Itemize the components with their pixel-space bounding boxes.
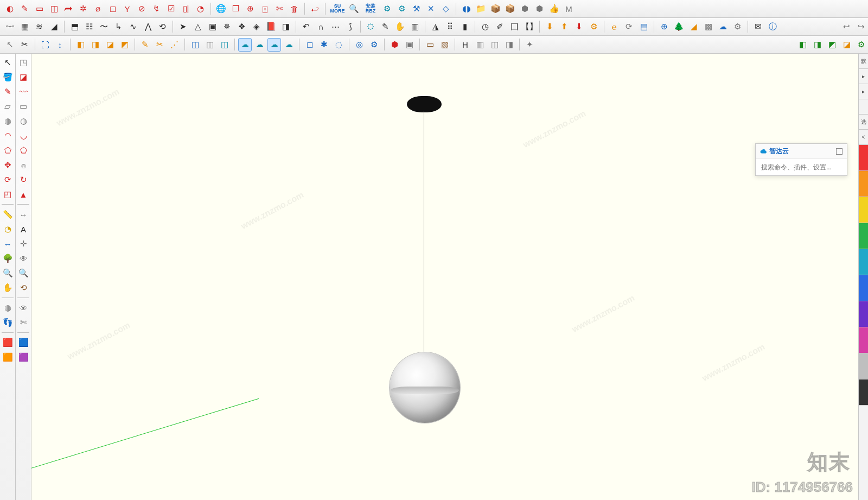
component-icon[interactable]: 🟥	[1, 336, 14, 349]
component3-icon[interactable]: 🟦	[17, 336, 30, 349]
tree-icon[interactable]: 🌲	[672, 20, 686, 34]
shape1-icon[interactable]: ⬒	[68, 20, 81, 34]
sun-gear-icon[interactable]: 🌣	[364, 20, 378, 34]
grid-icon[interactable]: ▦	[18, 20, 31, 34]
right-rail-color[interactable]	[859, 301, 868, 327]
redo2-icon[interactable]: ↪	[854, 20, 868, 34]
orbit-tool-icon[interactable]: 🔍	[1, 267, 14, 280]
mail-icon[interactable]: ✉	[751, 20, 765, 34]
package1-icon[interactable]: 📦	[489, 2, 502, 16]
gear4-icon[interactable]: ⚙	[731, 20, 744, 34]
model-viewport[interactable]: 智达云 知末 ID: 1174956766 www.znzmo.com www.…	[31, 54, 858, 500]
stack-icon[interactable]: ❖	[235, 20, 248, 34]
spray-icon[interactable]: ✵	[220, 20, 234, 34]
mat4-icon[interactable]: ◪	[840, 38, 853, 52]
cube-icon[interactable]: ◻	[106, 2, 119, 16]
outline-icon[interactable]: ⟲	[156, 20, 169, 34]
arc-tool-icon[interactable]: ◠	[1, 129, 14, 142]
anchor-icon[interactable]: ↳	[112, 20, 125, 34]
offset-tool-icon[interactable]: ⌾	[17, 159, 30, 172]
m-icon[interactable]: M	[562, 2, 576, 16]
poly2-icon[interactable]: ⬠	[17, 144, 30, 157]
curve2-icon[interactable]: 〜	[97, 20, 111, 34]
checker-icon[interactable]: ▩	[701, 20, 715, 34]
enscape-icon[interactable]: ℮	[608, 20, 621, 34]
mat1-icon[interactable]: ◧	[796, 38, 809, 52]
right-rail-tab[interactable]: 默	[859, 54, 868, 69]
persp2-icon[interactable]: ◫	[488, 38, 501, 52]
target-icon[interactable]: ⊕	[244, 2, 257, 16]
cube-alt-icon[interactable]: ◳	[17, 56, 30, 69]
script1-icon[interactable]: ◫	[188, 38, 202, 52]
tape-tool-icon[interactable]: 📏	[1, 208, 14, 221]
package2-icon[interactable]: 📦	[503, 2, 517, 16]
wave-icon[interactable]: ∿	[126, 20, 140, 34]
book2-icon[interactable]: 📕	[264, 20, 278, 34]
bar-bracket-icon[interactable]: ▯|	[179, 2, 193, 16]
zhidayun-panel[interactable]: 智达云	[755, 143, 847, 176]
right-rail-color[interactable]	[859, 353, 868, 379]
hand-icon[interactable]: ✋	[393, 20, 407, 34]
rotate-box-icon[interactable]: ◫	[47, 2, 61, 16]
eye-tool-icon[interactable]: 👁	[17, 301, 30, 314]
script2-icon[interactable]: ◫	[203, 38, 216, 52]
scale-tool-icon[interactable]: ◰	[1, 188, 14, 201]
nav2-icon[interactable]: ↕	[53, 38, 67, 52]
tools-icon[interactable]: ⚒	[410, 2, 423, 16]
mirror-icon[interactable]: ◮	[429, 20, 442, 34]
cloud-up-icon[interactable]: ☁	[716, 20, 730, 34]
section-tool-icon[interactable]: ◍	[1, 301, 14, 314]
dimension-icon[interactable]: ↔	[17, 208, 30, 221]
text-label-icon[interactable]: A	[17, 223, 30, 236]
cut-alt-icon[interactable]: ✄	[273, 2, 286, 16]
rect-tool-icon[interactable]: ▱	[1, 100, 14, 113]
right-rail-color[interactable]	[859, 197, 868, 223]
polygon-tool-icon[interactable]: ⬠	[1, 144, 14, 157]
collab-icon[interactable]: ◻	[303, 38, 316, 52]
right-rail-color[interactable]	[859, 249, 868, 275]
layers-icon[interactable]: ≋	[33, 20, 46, 34]
box-orange2-icon[interactable]: ◨	[88, 38, 102, 52]
sweep-icon[interactable]: ◐	[3, 2, 17, 16]
scissor-icon[interactable]: ✂	[153, 38, 167, 52]
line-tool-icon[interactable]: ✎	[1, 85, 14, 98]
circle2-icon[interactable]: ◍	[17, 115, 30, 128]
columns-icon[interactable]: ▥	[408, 20, 422, 34]
toggle-icon[interactable]: ◖◗	[459, 2, 473, 16]
cloud2-icon[interactable]: ☁	[253, 38, 266, 52]
cylinder-icon[interactable]: ⌀	[91, 2, 105, 16]
dots-icon[interactable]: ⋯	[329, 20, 342, 34]
card2-icon[interactable]: ▧	[438, 38, 451, 52]
right-rail-color[interactable]	[859, 223, 868, 249]
look-icon[interactable]: 👁	[17, 252, 30, 265]
zoom-ext-icon[interactable]: 🔍	[17, 267, 30, 280]
signal-icon[interactable]: ◢	[47, 20, 61, 34]
cut2-icon[interactable]: ✄	[17, 316, 30, 329]
cube3d-icon[interactable]: ❒	[229, 2, 242, 16]
globe-wire-icon[interactable]: 🌐	[214, 2, 228, 16]
pen-icon[interactable]: ✎	[379, 20, 392, 34]
right-rail-tab[interactable]	[859, 99, 868, 115]
gear3-icon[interactable]: ⚙	[587, 20, 601, 34]
position-icon[interactable]: ✛	[17, 237, 30, 250]
export-icon[interactable]: ⮫	[62, 2, 75, 16]
select-tool-icon[interactable]: ↖	[1, 56, 14, 69]
component2-icon[interactable]: 🟧	[1, 351, 14, 364]
box-orange4-icon[interactable]: ◩	[118, 38, 131, 52]
persp-icon[interactable]: ▥	[473, 38, 487, 52]
panel-collapse-icon[interactable]	[836, 148, 843, 155]
protractor-icon[interactable]: ◔	[1, 223, 14, 236]
curve-tool-icon[interactable]: 〰	[3, 20, 17, 34]
plus-circle-icon[interactable]: ⊕	[658, 20, 671, 34]
cloud1-icon[interactable]: ☁	[238, 38, 252, 52]
right-rail-color[interactable]	[859, 275, 868, 301]
check-icon[interactable]: ☑	[164, 2, 178, 16]
rotate-tool-icon[interactable]: ⟳	[1, 173, 14, 186]
compass-icon[interactable]: ◷	[478, 20, 492, 34]
info-icon[interactable]: ⓘ	[766, 20, 780, 34]
axes-tool-icon[interactable]: ↔	[1, 237, 14, 250]
tools2-icon[interactable]: ✕	[424, 2, 438, 16]
filter-icon[interactable]: ◈	[250, 20, 263, 34]
walk-tool-icon[interactable]: 👣	[1, 316, 14, 329]
paper-icon[interactable]: ▤	[637, 20, 650, 34]
